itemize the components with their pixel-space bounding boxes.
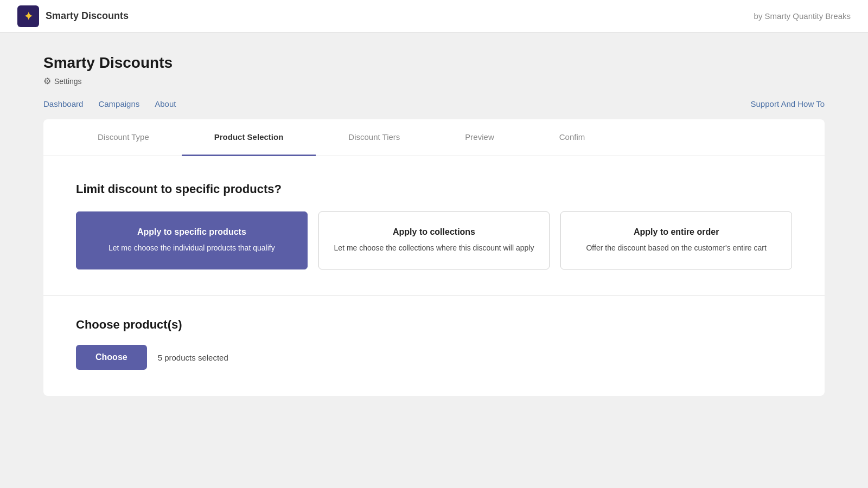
settings-link[interactable]: ⚙ Settings xyxy=(43,76,825,86)
card-body: Limit discount to specific products? App… xyxy=(43,156,825,396)
products-selected-text: 5 products selected xyxy=(158,353,228,362)
step-discount-tiers[interactable]: Discount Tiers xyxy=(316,119,432,156)
option-collections[interactable]: Apply to collections Let me choose the c… xyxy=(318,211,550,269)
nav-bar: Dashboard Campaigns About Support And Ho… xyxy=(43,99,825,108)
header-byline: by Smarty Quantity Breaks xyxy=(754,11,851,21)
step-product-selection[interactable]: Product Selection xyxy=(182,119,316,156)
main-card: Discount Type Product Selection Discount… xyxy=(43,119,825,396)
section-limit-title: Limit discount to specific products? xyxy=(76,182,792,196)
settings-label: Settings xyxy=(54,77,82,86)
choose-section-title: Choose product(s) xyxy=(76,318,792,332)
gear-icon: ⚙ xyxy=(43,76,51,86)
app-logo: ✦ xyxy=(17,5,39,27)
page-title: Smarty Discounts xyxy=(43,54,825,72)
app-title: Smarty Discounts xyxy=(46,10,129,22)
option-cards: Apply to specific products Let me choose… xyxy=(76,211,792,269)
step-confirm[interactable]: Confim xyxy=(527,119,618,156)
nav-dashboard[interactable]: Dashboard xyxy=(43,99,83,108)
step-preview[interactable]: Preview xyxy=(432,119,526,156)
nav-campaigns[interactable]: Campaigns xyxy=(98,99,139,108)
nav-about[interactable]: About xyxy=(155,99,176,108)
header-left: ✦ Smarty Discounts xyxy=(17,5,129,27)
option-entire-order-title: Apply to entire order xyxy=(574,227,778,237)
option-specific-products-title: Apply to specific products xyxy=(90,227,294,237)
logo-icon-symbol: ✦ xyxy=(24,10,33,23)
page-content: Smarty Discounts ⚙ Settings Dashboard Ca… xyxy=(0,33,868,418)
option-collections-title: Apply to collections xyxy=(332,227,537,237)
app-header: ✦ Smarty Discounts by Smarty Quantity Br… xyxy=(0,0,868,33)
option-specific-products[interactable]: Apply to specific products Let me choose… xyxy=(76,211,308,269)
nav-support[interactable]: Support And How To xyxy=(751,99,825,108)
section-divider xyxy=(43,296,825,296)
option-entire-order-desc: Offer the discount based on the customer… xyxy=(574,242,778,254)
choose-button[interactable]: Choose xyxy=(76,345,147,370)
option-specific-products-desc: Let me choose the individual products th… xyxy=(90,242,294,254)
option-collections-desc: Let me choose the collections where this… xyxy=(332,242,537,254)
nav-links: Dashboard Campaigns About xyxy=(43,99,176,108)
step-discount-type[interactable]: Discount Type xyxy=(65,119,182,156)
choose-row: Choose 5 products selected xyxy=(76,345,792,370)
stepper: Discount Type Product Selection Discount… xyxy=(43,119,825,156)
option-entire-order[interactable]: Apply to entire order Offer the discount… xyxy=(560,211,792,269)
